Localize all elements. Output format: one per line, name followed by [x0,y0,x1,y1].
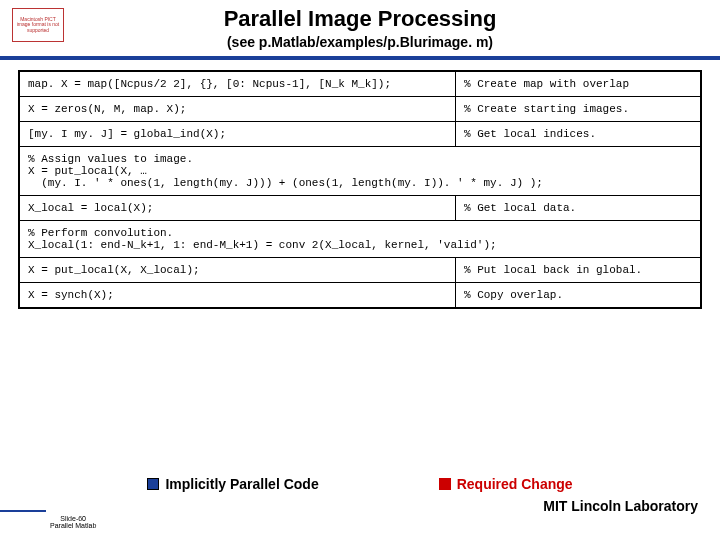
code-comment: % Copy overlap. [455,283,701,309]
code-row: X_local = local(X); % Get local data. [19,196,701,221]
code-block: map. X = map([Ncpus/2 2], {}, [0: Ncpus-… [18,70,702,309]
slide-number: Slide-60 [50,515,96,523]
logo-alt-text: Macintosh PICT image format is not suppo… [14,17,62,34]
code-row: X = put_local(X, X_local); % Put local b… [19,258,701,283]
title-rule [0,56,720,60]
code-comment: % Get local data. [455,196,701,221]
code-comment: % Create starting images. [455,97,701,122]
slide-title: Parallel Image Processing [0,6,720,32]
code-left: map. X = map([Ncpus/2 2], {}, [0: Ncpus-… [19,71,455,97]
code-left: X = put_local(X, X_local); [19,258,455,283]
code-comment: % Create map with overlap [455,71,701,97]
code-row: [my. I my. J] = global_ind(X); % Get loc… [19,122,701,147]
legend-item-red: Required Change [439,476,573,492]
code-comment: % Get local indices. [455,122,701,147]
project-name: Parallel Matlab [50,522,96,530]
slide-subtitle: (see p.Matlab/examples/p.Blurimage. m) [0,34,720,50]
code-row: % Perform convolution. X_local(1: end-N_… [19,221,701,258]
footer-slide-info: Slide-60 Parallel Matlab [50,515,96,530]
code-row: map. X = map([Ncpus/2 2], {}, [0: Ncpus-… [19,71,701,97]
red-swatch-icon [439,478,451,490]
logo-placeholder: Macintosh PICT image format is not suppo… [12,8,64,42]
slide-header: Parallel Image Processing (see p.Matlab/… [0,0,720,54]
code-row: X = synch(X); % Copy overlap. [19,283,701,309]
footer-rule [0,510,46,512]
code-left: [my. I my. J] = global_ind(X); [19,122,455,147]
code-left: X = synch(X); [19,283,455,309]
legend: Implicitly Parallel Code Required Change [0,476,720,492]
code-row: % Assign values to image. X = put_local(… [19,147,701,196]
legend-blue-label: Implicitly Parallel Code [165,476,318,492]
code-row: X = zeros(N, M, map. X); % Create starti… [19,97,701,122]
legend-item-blue: Implicitly Parallel Code [147,476,318,492]
footer-lab: MIT Lincoln Laboratory [543,498,698,514]
blue-swatch-icon [147,478,159,490]
code-full: % Perform convolution. X_local(1: end-N_… [19,221,701,258]
code-left: X = zeros(N, M, map. X); [19,97,455,122]
code-left: X_local = local(X); [19,196,455,221]
legend-red-label: Required Change [457,476,573,492]
code-full: % Assign values to image. X = put_local(… [19,147,701,196]
code-comment: % Put local back in global. [455,258,701,283]
